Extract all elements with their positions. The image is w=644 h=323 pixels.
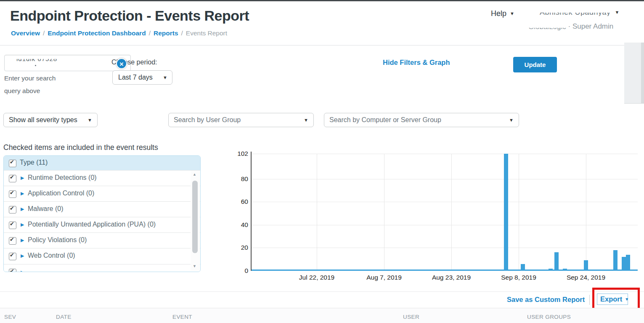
- chart-x-tick-label: Sep 24, 2019: [557, 274, 615, 281]
- user-name-clipped: Abhishek Upadhyay: [540, 13, 611, 16]
- chevron-down-icon: ▼: [615, 10, 620, 15]
- chart-gridline: [252, 154, 638, 154]
- chart-bar[interactable]: [588, 270, 596, 271]
- checkbox[interactable]: ✔: [9, 190, 16, 198]
- chart-y-tick-label: 20: [231, 244, 248, 251]
- list-item[interactable]: ✔▶Policy Violations (0): [4, 232, 200, 248]
- user-menu[interactable]: Abhishek Upadhyay▼: [540, 8, 629, 16]
- chart-gridline: [252, 225, 638, 225]
- breadcrumb-overview[interactable]: Overview: [11, 29, 40, 37]
- chart-bar[interactable]: [521, 264, 525, 271]
- chart-bar[interactable]: [613, 250, 617, 271]
- severity-filter-value: Show all severity types: [9, 116, 77, 123]
- breadcrumb-separator: /: [181, 29, 183, 37]
- user-group-select[interactable]: Search by User Group ▼: [168, 113, 314, 127]
- checkbox[interactable]: ✔: [9, 237, 16, 245]
- checkmark-icon: ✔: [10, 159, 14, 165]
- expand-arrow-icon[interactable]: ▶: [21, 253, 24, 259]
- list-item-partial[interactable]: ✔ ▶: [4, 264, 200, 272]
- chevron-down-icon: ▼: [510, 11, 514, 16]
- list-item-label: Potentially Unwanted Application (PUA) (…: [28, 221, 156, 228]
- chart-bar[interactable]: [626, 255, 630, 271]
- checkmark-icon: ✔: [10, 268, 14, 272]
- expand-arrow-icon[interactable]: ▶: [21, 175, 24, 181]
- chart-y-tick-label: 102: [231, 150, 248, 157]
- list-item[interactable]: ✔▶Potentially Unwanted Application (PUA)…: [4, 217, 200, 233]
- breadcrumb-endpoint-dashboard[interactable]: Endpoint Protection Dashboard: [48, 29, 146, 37]
- checkbox[interactable]: ✔: [9, 222, 16, 229]
- checkbox[interactable]: ✔: [9, 269, 16, 272]
- footer-divider: [0, 291, 644, 292]
- list-item[interactable]: ✔▶Malware (0): [4, 201, 200, 217]
- scrollbar-thumb-artifact[interactable]: [641, 43, 644, 103]
- breadcrumb: Overview/Endpoint Protection Dashboard/R…: [11, 29, 227, 37]
- list-scrollbar[interactable]: ▲ ▼: [191, 171, 200, 271]
- chart-bar[interactable]: [504, 154, 508, 271]
- help-menu[interactable]: Help▼: [491, 9, 514, 18]
- chart-y-tick-label: 80: [231, 175, 248, 183]
- list-item-label: Runtime Detections (0): [28, 174, 97, 182]
- chevron-down-icon: ▼: [304, 113, 308, 127]
- breadcrumb-separator: /: [149, 29, 151, 37]
- list-item[interactable]: ✔▶Application Control (0): [4, 186, 200, 202]
- event-type-panel: ✔ Type (11) ✔▶Runtime Detections (0)✔▶Ap…: [3, 155, 201, 272]
- breadcrumb-reports[interactable]: Reports: [154, 29, 178, 37]
- checkbox[interactable]: ✔: [9, 160, 16, 167]
- chevron-down-icon: ▼: [509, 113, 514, 127]
- export-label: Export: [600, 295, 622, 303]
- export-button[interactable]: Export▼: [597, 294, 628, 305]
- hide-filters-graph-link[interactable]: Hide Filters & Graph: [383, 59, 450, 67]
- update-button[interactable]: Update: [513, 57, 557, 72]
- chart-bar[interactable]: [603, 270, 611, 271]
- chart-bar[interactable]: [584, 260, 588, 271]
- checkbox[interactable]: ✔: [9, 206, 16, 214]
- save-as-custom-report-link[interactable]: Save as Custom Report: [507, 296, 585, 304]
- chart-bar[interactable]: [549, 269, 553, 271]
- chart-bar[interactable]: [622, 257, 626, 271]
- chart-bar[interactable]: [554, 252, 559, 271]
- chart-gridline: [586, 154, 586, 271]
- chart-x-tick-label: Jul 22, 2019: [287, 274, 346, 281]
- scroll-down-icon[interactable]: ▼: [193, 264, 196, 268]
- expand-arrow-icon[interactable]: ▶: [21, 206, 24, 212]
- period-select[interactable]: Last 7 days ▼: [112, 70, 172, 85]
- chart-baseline-series: [252, 270, 638, 271]
- type-group-label: Type (11): [20, 159, 48, 166]
- footer-action-divider: [589, 295, 590, 305]
- chart-x-tick-label: Aug 7, 2019: [355, 274, 413, 281]
- expand-arrow-icon[interactable]: ▶: [21, 222, 24, 227]
- checkmark-icon: ✔: [10, 236, 14, 243]
- severity-filter-select[interactable]: Show all severity types ▼: [3, 113, 98, 127]
- list-item[interactable]: ✔▶Runtime Detections (0): [4, 170, 200, 186]
- chart-y-tick-label: 0: [231, 267, 248, 275]
- search-helper-line2: query above: [4, 87, 40, 95]
- period-select-value: Last 7 days: [118, 74, 153, 81]
- user-role: Super Admin: [572, 22, 613, 30]
- expand-arrow-icon[interactable]: ▶: [21, 191, 24, 196]
- clear-search-icon[interactable]: ✕: [116, 58, 127, 69]
- chart-gridline: [519, 154, 519, 271]
- checkbox[interactable]: ✔: [9, 253, 16, 260]
- user-group-placeholder: Search by User Group: [174, 116, 241, 123]
- chart-gridline: [252, 202, 638, 202]
- table-column-header: EVENT: [172, 314, 192, 320]
- checkmark-icon: ✔: [10, 252, 14, 258]
- expand-arrow-icon[interactable]: ▶: [21, 238, 24, 243]
- breadcrumb-separator: /: [43, 29, 45, 37]
- computer-group-select[interactable]: Search by Computer or Server Group ▼: [324, 113, 519, 127]
- table-column-header: SEV: [4, 314, 16, 320]
- list-item-label: Application Control (0): [28, 190, 94, 197]
- chart-bar[interactable]: [563, 269, 567, 271]
- user-subline: GlobalLogic · Super Admin: [528, 22, 613, 31]
- search-value-clipped: ld1dlk 67528: [16, 59, 57, 62]
- computer-group-placeholder: Search by Computer or Server Group: [329, 116, 441, 123]
- list-item[interactable]: ✔▶Web Control (0): [4, 248, 200, 264]
- scroll-up-icon[interactable]: ▲: [193, 172, 196, 176]
- type-group-row[interactable]: ✔ Type (11): [4, 156, 200, 170]
- search-helper-line1: Enter your search: [4, 75, 56, 82]
- chart-x-tick-label: Aug 23, 2019: [422, 274, 481, 281]
- checkbox[interactable]: ✔: [9, 175, 16, 182]
- scrollbar-thumb[interactable]: [192, 181, 198, 253]
- chart-y-axis: [251, 152, 252, 271]
- expand-arrow-icon[interactable]: ▶: [21, 270, 24, 272]
